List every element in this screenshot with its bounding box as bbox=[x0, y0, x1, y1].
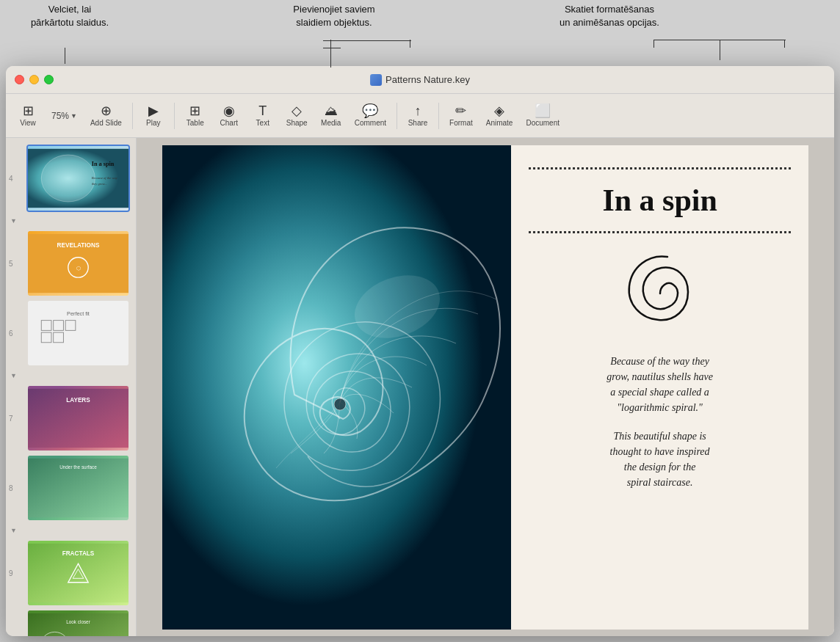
slide-number-8: 8 bbox=[9, 484, 13, 492]
zoom-chevron-icon: ▼ bbox=[70, 112, 77, 120]
slide-thumb-8[interactable]: Under the surface bbox=[26, 454, 130, 522]
annotation-3: Skatiet formatēšanasun animēšanas opcija… bbox=[529, 3, 690, 29]
shape-icon: ◇ bbox=[292, 104, 302, 117]
ann2-drop bbox=[330, 47, 331, 68]
window-title: Patterns Nature.key bbox=[370, 74, 470, 86]
slide-number-9: 9 bbox=[9, 569, 13, 577]
slide-number-4: 4 bbox=[9, 175, 13, 183]
comment-button[interactable]: 💬 Comment bbox=[349, 101, 392, 130]
slide-number-6: 6 bbox=[9, 329, 13, 338]
shape-button[interactable]: ◇ Shape bbox=[280, 101, 314, 130]
slide-group-header-1[interactable]: ▼ bbox=[6, 214, 136, 227]
comment-icon: 💬 bbox=[362, 104, 378, 117]
svg-text:REVELATIONS: REVELATIONS bbox=[57, 242, 100, 249]
table-button[interactable]: ⊞ Table bbox=[179, 101, 211, 130]
media-button[interactable]: ⛰ Media bbox=[315, 101, 347, 130]
svg-text:⬡: ⬡ bbox=[76, 265, 81, 271]
ann2-tick-r bbox=[410, 40, 410, 48]
ann2-top-line bbox=[323, 40, 411, 41]
ann3-drop bbox=[720, 40, 720, 60]
bottom-dotted-line bbox=[529, 231, 791, 233]
slide-number-5: 5 bbox=[9, 260, 13, 268]
svg-text:LAYERS: LAYERS bbox=[66, 397, 90, 404]
slide-thumb-5[interactable]: REVELATIONS ⬡ bbox=[26, 230, 130, 297]
close-button[interactable] bbox=[15, 75, 24, 84]
slide-body-text-2: This beautiful shape is thought to have … bbox=[610, 428, 710, 490]
toolbar-divider-4 bbox=[438, 103, 439, 129]
toolbar-divider-1 bbox=[132, 103, 133, 129]
format-icon: ✏ bbox=[455, 104, 466, 117]
add-slide-icon: ⊕ bbox=[101, 104, 112, 117]
slide-background-image bbox=[162, 145, 518, 630]
view-button[interactable]: ⊞ View bbox=[12, 101, 44, 130]
table-icon: ⊞ bbox=[189, 104, 200, 117]
svg-text:they grow...: they grow... bbox=[92, 182, 107, 186]
slide-thumb-6[interactable]: Perfect fit bbox=[26, 299, 130, 367]
toolbar: ⊞ View 75% ▼ ⊕ Add Slide ▶ Play ⊞ Table … bbox=[6, 94, 834, 138]
nautilus-shell-svg bbox=[162, 145, 518, 630]
document-icon: ⬜ bbox=[535, 104, 551, 117]
traffic-lights bbox=[15, 75, 54, 84]
svg-text:Look closer: Look closer bbox=[66, 619, 90, 624]
ann3-tick-r bbox=[784, 40, 785, 48]
chevron-icon: ▼ bbox=[10, 217, 17, 225]
slide-9-preview: FRACTALS bbox=[28, 541, 128, 605]
ann2-tick-l bbox=[330, 40, 331, 48]
keynote-icon bbox=[370, 74, 382, 86]
document-button[interactable]: ⬜ Document bbox=[520, 101, 565, 130]
slide-6-preview: Perfect fit bbox=[28, 301, 128, 365]
chevron-icon-3: ▼ bbox=[10, 527, 17, 534]
slide-body-text-1: Because of the way they grow, nautilus s… bbox=[607, 354, 713, 415]
svg-text:Perfect fit: Perfect fit bbox=[67, 310, 90, 317]
format-button[interactable]: ✏ Format bbox=[443, 101, 479, 130]
animate-button[interactable]: ◈ Animate bbox=[480, 101, 519, 130]
media-icon: ⛰ bbox=[325, 104, 338, 117]
slide-4-preview: In a spin Because of the way they grow..… bbox=[28, 146, 128, 211]
chart-button[interactable]: ◉ Chart bbox=[213, 101, 245, 130]
svg-text:FRACTALS: FRACTALS bbox=[62, 550, 95, 557]
slide-panel[interactable]: 4 bbox=[6, 138, 137, 636]
spiral-svg bbox=[616, 249, 704, 338]
content-area: 4 bbox=[6, 138, 834, 636]
ann3-tick-l bbox=[653, 40, 654, 48]
title-bar: Patterns Nature.key bbox=[6, 66, 834, 94]
text-button[interactable]: T Text bbox=[247, 101, 279, 130]
annotation-1: Velciet, laipārkārtotu slaidus. bbox=[15, 3, 125, 29]
slide-7-preview: LAYERS bbox=[28, 386, 128, 451]
slide-group-header-2[interactable]: ▼ bbox=[6, 369, 136, 382]
ann2-line bbox=[323, 48, 341, 48]
toolbar-divider-2 bbox=[174, 103, 175, 129]
add-slide-button[interactable]: ⊕ Add Slide bbox=[84, 101, 128, 130]
share-button[interactable]: ↑ Share bbox=[402, 101, 434, 130]
slide-number-7: 7 bbox=[9, 415, 13, 423]
slide-10-preview: Look closer bbox=[28, 610, 128, 636]
svg-text:In a spin: In a spin bbox=[92, 161, 115, 167]
slide-thumb-4[interactable]: In a spin Because of the way they grow..… bbox=[26, 145, 130, 212]
view-icon: ⊞ bbox=[23, 104, 34, 117]
ann1-tick bbox=[65, 48, 65, 64]
slide-thumb-10[interactable]: Look closer bbox=[26, 609, 130, 636]
svg-text:Under the surface: Under the surface bbox=[59, 464, 97, 470]
zoom-control[interactable]: 75% ▼ bbox=[46, 108, 83, 124]
share-icon: ↑ bbox=[415, 104, 421, 117]
svg-text:Because of the way: Because of the way bbox=[92, 176, 118, 180]
slide-right-content: In a spin Because of the way they grow, … bbox=[511, 145, 808, 630]
slide-title: In a spin bbox=[602, 183, 717, 218]
canvas-area[interactable]: In a spin Because of the way they grow, … bbox=[137, 138, 834, 636]
minimize-button[interactable] bbox=[29, 75, 39, 84]
play-icon: ▶ bbox=[148, 104, 159, 117]
svg-point-40 bbox=[334, 398, 346, 410]
slide-thumb-9[interactable]: FRACTALS bbox=[26, 539, 130, 607]
toolbar-divider-3 bbox=[397, 103, 397, 129]
slide-thumb-7[interactable]: LAYERS bbox=[26, 384, 130, 452]
slide-canvas: In a spin Because of the way they grow, … bbox=[162, 145, 808, 630]
annotation-2: Pievienojiet saviemslaidiem objektus. bbox=[264, 3, 404, 29]
slide-group-header-3[interactable]: ▼ bbox=[6, 524, 136, 537]
animate-icon: ◈ bbox=[494, 104, 504, 117]
chart-icon: ◉ bbox=[223, 104, 235, 117]
svg-point-1 bbox=[41, 155, 95, 202]
maximize-button[interactable] bbox=[44, 75, 54, 84]
play-button[interactable]: ▶ Play bbox=[137, 101, 170, 130]
app-window: Patterns Nature.key ⊞ View 75% ▼ ⊕ Add S… bbox=[6, 66, 834, 636]
svg-rect-25 bbox=[28, 613, 128, 636]
